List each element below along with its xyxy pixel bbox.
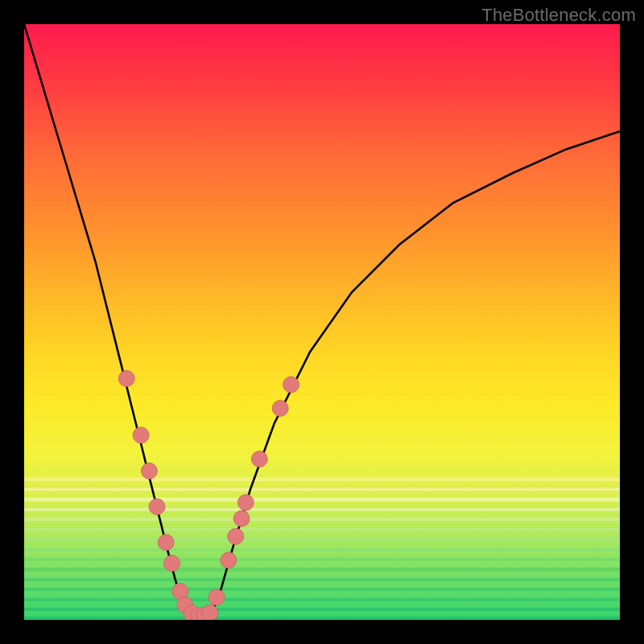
curve-path (24, 24, 620, 617)
plot-area (24, 24, 620, 620)
data-marker (141, 463, 157, 479)
marker-group (118, 370, 299, 620)
data-marker (133, 427, 149, 444)
data-marker (149, 498, 165, 514)
data-marker (251, 451, 267, 467)
data-marker (237, 494, 254, 510)
data-marker (158, 535, 174, 551)
data-marker (233, 510, 250, 526)
data-marker (208, 589, 225, 605)
data-marker (202, 605, 218, 620)
data-marker (118, 370, 134, 386)
data-marker (272, 400, 288, 416)
data-marker (164, 555, 180, 572)
data-marker (228, 528, 244, 544)
chart-frame: TheBottleneck.com (0, 0, 644, 644)
curve-svg (24, 24, 620, 620)
data-marker (283, 377, 299, 393)
watermark-text: TheBottleneck.com (481, 5, 636, 26)
data-marker (221, 552, 237, 568)
